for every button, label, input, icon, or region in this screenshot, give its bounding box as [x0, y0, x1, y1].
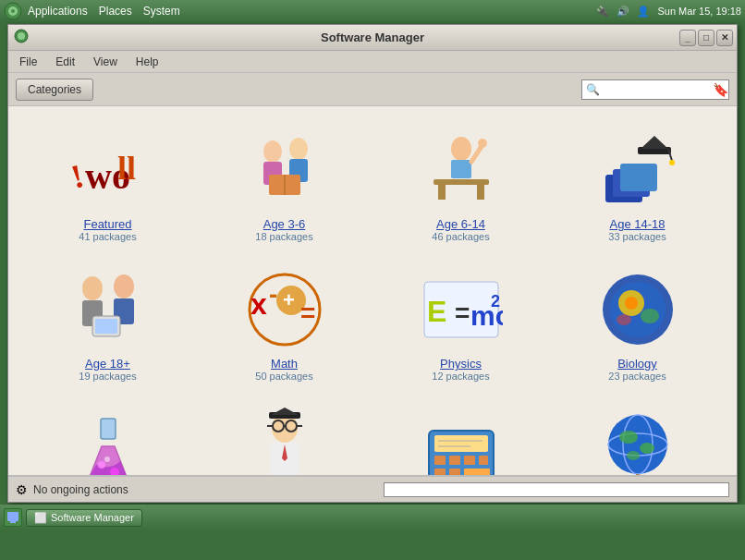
svg-rect-23 — [620, 164, 657, 191]
datetime: Sun Mar 15, 19:18 — [657, 6, 741, 17]
category-electronics[interactable]: Electronics 14 packages — [376, 400, 545, 476]
maximize-button[interactable]: □ — [698, 30, 714, 46]
svg-line-19 — [471, 145, 482, 162]
math-count: 50 packages — [255, 371, 312, 382]
close-button[interactable]: ✕ — [716, 30, 733, 46]
svg-point-30 — [114, 274, 134, 298]
svg-marker-25 — [641, 136, 668, 149]
taskbar-top: Applications Places System 🔌 🔊 👤 Sun Mar… — [0, 0, 745, 22]
category-featured[interactable]: ! wo ll Featured 41 packages — [23, 121, 192, 250]
taskbar-app-software-manager[interactable]: ⬜ Software Manager — [26, 509, 142, 527]
svg-point-27 — [669, 160, 675, 165]
svg-point-50 — [617, 314, 631, 325]
chemistry-icon — [67, 408, 150, 476]
svg-point-49 — [641, 309, 659, 323]
biology-count: 23 packages — [608, 371, 666, 382]
teacher-icon — [243, 408, 326, 476]
status-text: No ongoing actions — [33, 483, 378, 496]
taskbar-app-icon: ⬜ — [34, 512, 47, 524]
svg-point-54 — [104, 457, 110, 462]
content-area: ! wo ll Featured 41 packages — [8, 106, 737, 476]
svg-text:+: + — [283, 288, 295, 311]
age614-name: Age 6-14 — [436, 217, 485, 231]
window-icon — [14, 29, 29, 46]
category-physics[interactable]: E = mc 2 Physics 12 packages — [376, 261, 545, 389]
category-biology[interactable]: Biology 23 packages — [553, 261, 722, 389]
featured-icon: ! wo ll — [67, 128, 150, 212]
volume-icon[interactable]: 🔊 — [617, 6, 629, 18]
category-geography[interactable]: Geography 20 packages — [553, 400, 722, 476]
svg-rect-17 — [438, 185, 446, 200]
age18plus-icon — [67, 268, 150, 351]
category-age36[interactable]: Age 3-6 18 packages — [200, 121, 369, 250]
search-clear-button[interactable]: 🔖 — [713, 82, 728, 97]
featured-count: 41 packages — [79, 231, 136, 242]
svg-rect-15 — [451, 160, 471, 178]
view-menu[interactable]: View — [86, 54, 125, 70]
electronics-icon — [420, 408, 503, 476]
taskbar-right: 🔌 🔊 👤 Sun Mar 15, 19:18 — [596, 6, 741, 18]
category-age1418[interactable]: Age 14-18 33 packages — [553, 121, 722, 250]
svg-rect-72 — [449, 469, 460, 476]
help-menu[interactable]: Help — [128, 54, 166, 70]
menu-bar: File Edit View Help — [8, 51, 737, 73]
svg-marker-62 — [271, 408, 299, 415]
svg-point-76 — [608, 415, 667, 474]
age18plus-name: Age 18+ — [85, 357, 130, 371]
svg-point-4 — [18, 32, 25, 40]
applications-menu[interactable]: Applications — [28, 5, 88, 18]
window-title: Software Manager — [321, 30, 424, 44]
minimize-button[interactable]: _ — [679, 30, 696, 46]
svg-rect-18 — [477, 185, 484, 200]
system-menu[interactable]: System — [143, 5, 180, 18]
category-teacher[interactable]: Teacher 8 packages — [200, 400, 369, 476]
svg-point-10 — [289, 138, 308, 160]
search-container: 🔍 🔖 — [581, 79, 729, 100]
svg-point-2 — [11, 9, 15, 13]
places-menu[interactable]: Places — [99, 5, 132, 18]
file-menu[interactable]: File — [12, 54, 44, 70]
category-age18plus[interactable]: Age 18+ 19 packages — [23, 261, 192, 389]
math-icon: x - + = — [243, 268, 326, 351]
biology-name: Biology — [617, 357, 657, 371]
physics-count: 12 packages — [432, 371, 489, 382]
svg-rect-84 — [7, 512, 18, 521]
svg-point-28 — [82, 276, 103, 300]
desktop-icon[interactable] — [4, 508, 22, 527]
window-titlebar: Software Manager _ □ ✕ — [8, 25, 737, 51]
taskbar-bottom: ⬜ Software Manager — [0, 505, 745, 530]
svg-text:ll: ll — [117, 150, 136, 187]
taskbar-app-label: Software Manager — [51, 512, 134, 523]
svg-point-80 — [640, 443, 654, 454]
age36-count: 18 packages — [255, 231, 312, 242]
svg-point-81 — [627, 451, 640, 460]
svg-point-52 — [98, 461, 105, 469]
svg-rect-16 — [434, 179, 489, 185]
top-menu[interactable]: Applications Places System — [28, 5, 180, 18]
category-math[interactable]: x - + = Math 50 packages — [200, 261, 369, 389]
math-name: Math — [271, 357, 298, 371]
geography-icon — [596, 408, 679, 476]
user-icon: 👤 — [637, 6, 650, 18]
svg-text:x: x — [250, 287, 267, 321]
age614-count: 46 packages — [432, 231, 489, 242]
search-icon: 🔍 — [586, 83, 600, 96]
categories-button[interactable]: Categories — [16, 79, 93, 101]
search-input[interactable] — [602, 83, 713, 96]
edit-menu[interactable]: Edit — [48, 54, 82, 70]
physics-name: Physics — [440, 357, 482, 371]
age1418-icon — [596, 128, 679, 212]
app-logo — [4, 2, 22, 20]
svg-rect-85 — [10, 521, 16, 523]
svg-rect-67 — [434, 456, 446, 465]
svg-rect-68 — [449, 456, 460, 465]
physics-icon: E = mc 2 — [420, 268, 503, 351]
svg-rect-66 — [434, 435, 488, 452]
category-chemistry[interactable]: Chemistry 17 packages — [23, 400, 192, 476]
svg-rect-71 — [434, 469, 446, 476]
toolbar: Categories 🔍 🔖 — [8, 73, 737, 106]
category-grid: ! wo ll Featured 41 packages — [23, 121, 722, 476]
window-controls[interactable]: _ □ ✕ — [679, 30, 733, 46]
svg-rect-51 — [101, 419, 116, 439]
category-age614[interactable]: Age 6-14 46 packages — [376, 121, 545, 250]
